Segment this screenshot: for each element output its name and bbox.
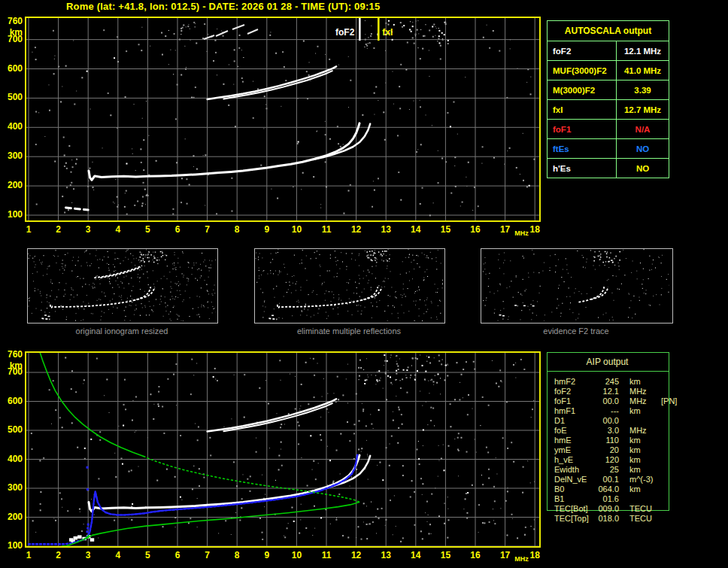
aip-row-unit: [619, 494, 654, 504]
y-axis-unit: km: [0, 360, 23, 372]
aip-row-value: 00.0: [593, 416, 619, 426]
page-title: Rome (lat: +41.8, lon: 012.5) - DATE: 20…: [66, 1, 380, 12]
aip-row: hmE 110 km: [554, 436, 682, 445]
thumb2-canvas: [481, 249, 669, 321]
aip-row: B1 01.6: [554, 494, 682, 504]
aip-row: foF1 00.0 MHz [PN]: [554, 396, 682, 406]
x-tick-label: 4: [108, 224, 128, 235]
aip-row-extra: [654, 406, 682, 416]
aip-row-extra: [654, 377, 682, 387]
aip-row-label: TEC[Bot]: [554, 504, 593, 514]
aip-row-extra: [654, 455, 682, 465]
aip-row: hmF1 --- km: [554, 406, 682, 416]
y-tick-label: 400: [0, 121, 23, 132]
aip-row: Ewidth 25 km: [554, 465, 682, 475]
aip-row-unit: km: [619, 484, 654, 494]
autoscala-row-value: 12.7 MHz: [617, 100, 669, 119]
y-tick-label: 500: [0, 424, 23, 436]
aip-row-unit: MHz: [619, 426, 654, 436]
aip-row: TEC[Top] 018.0 TECU: [554, 514, 682, 524]
thumb1-canvas: [255, 249, 443, 321]
aip-row-unit: km: [619, 377, 654, 387]
y-tick-label: 100: [0, 209, 23, 220]
x-tick-label: 10: [287, 224, 306, 235]
aip-row-label: h_vE: [554, 455, 593, 465]
aip-row-extra: [PN]: [654, 396, 682, 406]
autoscala-row-label: ftEs: [548, 139, 617, 158]
aip-row-unit: MHz: [619, 396, 654, 406]
aip-row: D1 00.0: [554, 416, 682, 426]
x-tick-label: 3: [78, 550, 98, 561]
aip-row-unit: km: [619, 436, 654, 445]
x-tick-label: 13: [376, 550, 396, 561]
x-tick-label: 9: [257, 550, 277, 561]
aip-row-label: B1: [554, 494, 593, 504]
aip-row-extra: [654, 416, 682, 426]
y-tick-label: 600: [0, 396, 23, 407]
aip-row-value: 009.0: [593, 504, 619, 514]
x-tick-label: 15: [435, 224, 455, 235]
x-tick-label: 6: [168, 224, 187, 235]
autoscala-row-value: 41.0 MHz: [617, 61, 669, 80]
aip-row-label: Ewidth: [554, 465, 593, 475]
x-tick-label: 8: [227, 224, 247, 235]
y-tick-label: 760: [0, 349, 23, 360]
thumbnail-original-ionogram: [27, 248, 218, 323]
aip-row-value: 00.0: [593, 396, 619, 406]
ionogram-plot-bottom: [25, 351, 541, 548]
aip-row: foF2 12.1 MHz: [554, 387, 682, 396]
y-tick-label: 300: [0, 150, 23, 162]
aip-row-label: hmF1: [554, 406, 593, 416]
thumbnail-caption: eliminate multiple reflections: [254, 327, 444, 336]
aip-row: foE 3.0 MHz: [554, 426, 682, 436]
aip-row: hmF2 245 km: [554, 377, 682, 387]
y-tick-label: 500: [0, 92, 23, 103]
autoscala-row-value: 3.39: [617, 80, 669, 99]
x-tick-label: 13: [376, 224, 396, 235]
x-axis-unit: MHz: [512, 554, 532, 565]
aip-row-unit: m^(-3): [619, 475, 654, 484]
aip-row-extra: [654, 445, 682, 455]
autoscala-row: MUF(3000)F2 41.0 MHz: [548, 61, 669, 80]
x-tick-label: 3: [78, 224, 98, 235]
aip-row-value: 120: [593, 455, 619, 465]
plot0-canvas: foF2fxI: [26, 18, 539, 220]
aip-row-unit: [619, 416, 654, 426]
x-tick-label: 11: [317, 224, 336, 235]
aip-row-unit: km: [619, 455, 654, 465]
x-tick-label: 7: [198, 550, 217, 561]
x-tick-label: 16: [466, 550, 485, 561]
series-hop2a: [208, 399, 337, 431]
aip-row-value: 3.0: [593, 426, 619, 436]
aip-row-label: foF2: [554, 387, 593, 396]
aip-row-value: 018.0: [593, 514, 619, 524]
aip-row-unit: TECU: [619, 504, 654, 514]
series-bmain: [86, 455, 357, 538]
aip-row-value: 25: [593, 465, 619, 475]
aip-row-label: TEC[Top]: [554, 514, 593, 524]
x-tick-label: 7: [198, 224, 217, 235]
aip-row-extra: [654, 465, 682, 475]
aip-row-label: ymE: [554, 445, 593, 455]
y-tick-label: 300: [0, 482, 23, 494]
aip-row-label: foE: [554, 426, 593, 436]
x-tick-label: 14: [406, 550, 426, 561]
x-axis-unit: MHz: [512, 228, 532, 239]
aip-row-extra: [654, 387, 682, 396]
series-gmid: [144, 457, 359, 503]
y-tick-label: 600: [0, 63, 23, 74]
x-tick-label: 8: [227, 550, 247, 561]
aip-row-extra: [654, 436, 682, 445]
autoscala-row-value: NO: [617, 139, 669, 158]
autoscala-row: foF1 N/A: [548, 120, 669, 139]
aip-row: TEC[Bot] 009.0 TECU: [554, 504, 682, 514]
aip-row-unit: km: [619, 465, 654, 475]
aip-row-label: hmE: [554, 436, 593, 445]
aip-row-extra: [654, 475, 682, 484]
autoscala-row-value: NO: [617, 159, 669, 178]
x-tick-label: 12: [347, 224, 366, 235]
x-tick-label: 4: [108, 550, 128, 561]
series-gtop: [40, 353, 144, 457]
aip-header-divider: [547, 371, 669, 372]
series-hop2a: [208, 66, 337, 99]
